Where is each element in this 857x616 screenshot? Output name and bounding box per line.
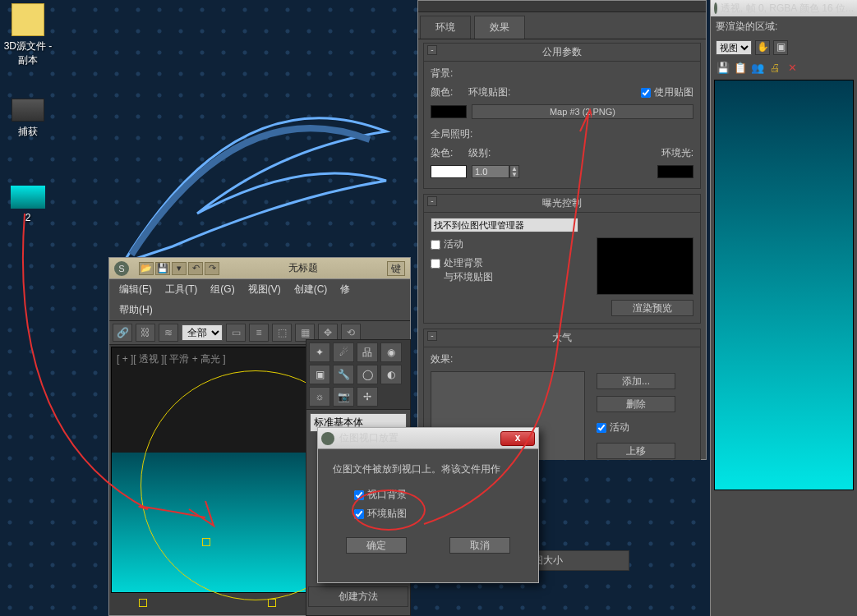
bg-color-swatch[interactable] (431, 105, 467, 118)
tab-effects[interactable]: 效果 (474, 16, 525, 39)
modal-message: 位图文件被放到视口上。将该文件用作 (333, 462, 523, 476)
quick-access-button[interactable]: 键 (387, 261, 405, 276)
color-label: 颜色: (431, 85, 463, 99)
handle-icon[interactable] (268, 599, 276, 607)
capture-thumb[interactable]: 捕获 (3, 99, 53, 139)
rollout-common-params[interactable]: -公用参数 (424, 44, 700, 62)
delete-button[interactable]: 删除 (597, 396, 675, 412)
save-icon[interactable]: 💾 (716, 60, 730, 75)
menu-tools[interactable]: 工具(T) (159, 281, 204, 298)
menu-group[interactable]: 组(G) (204, 281, 241, 298)
env-map-checkbox[interactable]: 环境贴图 (354, 507, 523, 521)
level-spinner[interactable]: 1.0▲▼ (472, 165, 519, 178)
copy-icon[interactable]: 📋 (733, 60, 748, 75)
procbg-checkbox[interactable]: 处理背景 (431, 256, 493, 270)
undo-icon[interactable]: ↶ (188, 262, 203, 275)
ok-button[interactable]: 确定 (346, 537, 407, 554)
close-button[interactable]: x (500, 431, 535, 446)
app-logo-icon (321, 432, 334, 445)
viewport-bg-checkbox[interactable]: 视口背景 (354, 488, 523, 502)
app-title: 无标题 (219, 261, 387, 275)
bg-label: 背景: (431, 67, 463, 80)
tint-swatch[interactable] (431, 165, 467, 178)
unlink-icon[interactable]: ⛓ (136, 324, 155, 342)
atmo-active-checkbox[interactable]: 活动 (597, 421, 675, 434)
environment-dialog: 环境 效果 -公用参数 背景: 颜色: 环境贴图: 使用贴图 Map #3 (2… (417, 0, 707, 460)
clone-icon[interactable]: 👥 (750, 60, 765, 75)
add-button[interactable]: 添加... (597, 373, 675, 389)
fx-label: 效果: (431, 352, 463, 366)
app-titlebar[interactable]: S 📂 💾 ▾ ↶ ↷ 无标题 键 (109, 258, 410, 279)
region-label: 要渲染的区域: (716, 20, 777, 34)
tab-display-icon[interactable]: ▣ (309, 365, 330, 384)
modal-titlebar[interactable]: 位图视口放置 x (318, 428, 538, 449)
use-map-checkbox[interactable]: 使用贴图 (641, 85, 693, 99)
teal-thumb[interactable]: 2 (3, 186, 53, 223)
handle-icon[interactable] (202, 538, 210, 546)
lights-icon[interactable]: ☼ (309, 387, 330, 407)
render-preview-button[interactable]: 渲染预览 (611, 300, 693, 316)
envmap-label: 环境贴图: (468, 85, 636, 99)
folder-icon (12, 3, 44, 36)
move-up-button[interactable]: 上移 (597, 443, 675, 459)
print-icon[interactable]: 🖨 (767, 60, 782, 75)
folder-3d-source[interactable]: 3D源文件 - 副本 (3, 3, 53, 67)
select-icon[interactable]: ▭ (226, 324, 246, 342)
app-menubar: 编辑(E) 工具(T) 组(G) 视图(V) 创建(C) 修 帮助(H) (109, 279, 410, 321)
viewport-label[interactable]: [ + ][ 透视 ][ 平滑 + 高光 ] (117, 352, 226, 366)
open-icon[interactable]: 📂 (139, 262, 154, 275)
menu-help[interactable]: 帮助(H) (113, 301, 159, 319)
save-icon[interactable]: 💾 (155, 262, 170, 275)
tab-environment[interactable]: 环境 (420, 16, 471, 39)
menu-edit[interactable]: 编辑(E) (113, 281, 159, 298)
capture-label: 捕获 (3, 125, 53, 139)
geom-icon[interactable]: ◯ (357, 365, 378, 384)
exposure-preview (597, 237, 693, 295)
exposure-dropdown[interactable]: 找不到位图代理管理器 (431, 218, 578, 232)
tab-hierarchy-icon[interactable]: 品 (357, 342, 378, 362)
tint-label: 染色: (431, 146, 463, 160)
bind-icon[interactable]: ≋ (159, 324, 178, 342)
render-toolbar: 💾 📋 👥 🖨 ✕ (711, 58, 857, 76)
name-select-icon[interactable]: ≡ (249, 324, 269, 342)
handle-icon[interactable] (139, 599, 147, 607)
region-dropdown[interactable]: 视图 (716, 40, 752, 55)
ambient-label: 环境光: (661, 146, 693, 160)
active-checkbox[interactable]: 活动 (431, 237, 493, 251)
helpers-icon[interactable]: ✢ (357, 387, 378, 407)
level-label: 级别: (468, 146, 498, 160)
tab-motion-icon[interactable]: ◉ (380, 342, 402, 362)
app-logo-icon: S (114, 261, 129, 276)
dropdown-icon[interactable]: ▾ (172, 262, 187, 275)
link-icon[interactable]: 🔗 (113, 324, 132, 342)
selection-filter[interactable]: 全部 (182, 324, 223, 341)
globillum-label: 全局照明: (431, 127, 488, 141)
image-icon (11, 186, 45, 209)
clear-icon[interactable]: ✕ (785, 60, 799, 75)
tab-modify-icon[interactable]: ☄ (333, 342, 354, 362)
ambient-swatch[interactable] (657, 165, 693, 178)
render-titlebar[interactable]: 透视, 帧 0, RGBA 颜色 16 位... (711, 0, 857, 16)
menu-mod[interactable]: 修 (334, 281, 357, 298)
edit-region-icon[interactable]: ✋ (755, 40, 770, 55)
cancel-button[interactable]: 取消 (449, 537, 510, 554)
shapes-icon[interactable]: ◐ (380, 365, 402, 384)
image-icon (12, 99, 44, 122)
render-output (714, 80, 854, 490)
rect-region-icon[interactable]: ⬚ (272, 324, 292, 342)
cameras-icon[interactable]: 📷 (333, 387, 354, 407)
env-titlebar[interactable] (418, 1, 706, 12)
env-map-button[interactable]: Map #3 (2.PNG) (472, 104, 693, 119)
menu-views[interactable]: 视图(V) (242, 281, 288, 298)
teal-label: 2 (3, 212, 53, 223)
tab-utilities-icon[interactable]: 🔧 (333, 365, 354, 384)
app-logo-icon (714, 2, 717, 14)
auto-region-icon[interactable]: ▣ (773, 40, 788, 55)
rollout-create-method[interactable]: 创建方法 (308, 586, 408, 607)
redo-icon[interactable]: ↷ (205, 262, 219, 275)
rollout-exposure[interactable]: -曝光控制 (424, 195, 700, 213)
tab-create-icon[interactable]: ✦ (309, 342, 330, 362)
menu-create[interactable]: 创建(C) (288, 281, 334, 298)
rollout-atmosphere[interactable]: -大气 (424, 329, 700, 347)
folder-label: 3D源文件 - 副本 (3, 39, 53, 67)
